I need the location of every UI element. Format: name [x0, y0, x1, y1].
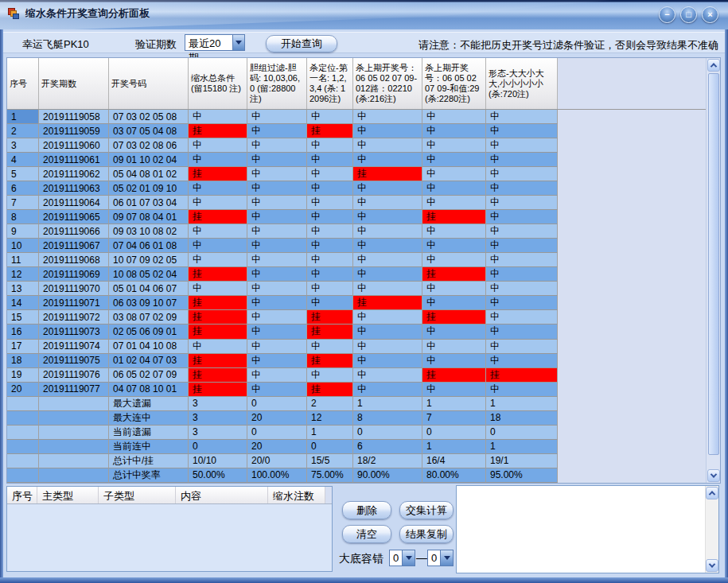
table-row[interactable]: 162019111907302 05 06 09 01挂中挂中中中 [7, 325, 706, 339]
cell-period[interactable]: 20191119075 [39, 354, 109, 368]
cell-result[interactable]: 中 [353, 153, 422, 167]
cell-result[interactable]: 中 [422, 239, 486, 253]
cell-result[interactable]: 中 [307, 110, 353, 124]
cell-result[interactable]: 中 [247, 296, 307, 310]
cell-result[interactable]: 中 [307, 167, 353, 181]
table-row[interactable]: 62019111906305 02 01 09 10中中中中中中 [7, 181, 706, 196]
cell-result[interactable]: 中 [353, 310, 422, 325]
cell-result[interactable]: 挂 [307, 310, 353, 325]
cell-result[interactable]: 中 [422, 224, 486, 239]
cell-result[interactable]: 中 [247, 124, 307, 138]
cell-result[interactable]: 挂 [189, 354, 247, 368]
cell-period[interactable] [39, 454, 109, 468]
cell-result[interactable]: 中 [189, 110, 247, 124]
cell-serial[interactable]: 18 [7, 354, 39, 368]
cell-result[interactable]: 挂 [189, 210, 247, 224]
cell-result[interactable]: 挂 [307, 124, 353, 138]
table-row[interactable]: 92019111906609 03 10 08 02中中中中中中 [7, 224, 706, 239]
table-row[interactable]: 最大连中320128718 [7, 411, 706, 426]
tolerance-from-combobox[interactable]: 0 [389, 550, 415, 566]
cell-numbers[interactable]: 05 04 08 01 02 [109, 167, 189, 181]
cell-result[interactable]: 中 [189, 196, 247, 210]
cell-result[interactable]: 中 [422, 296, 486, 310]
cell-result[interactable]: 中 [247, 224, 307, 239]
cell-result[interactable]: 中 [189, 138, 247, 153]
cell-result[interactable]: 挂 [189, 267, 247, 282]
cell-result[interactable]: 中 [353, 138, 422, 153]
cell-result[interactable]: 中 [353, 325, 422, 339]
cell-result[interactable]: 挂 [189, 383, 247, 397]
table-row[interactable]: 122019111906910 08 05 02 04挂中中中挂中 [7, 267, 706, 282]
cell-result[interactable]: 中 [189, 224, 247, 239]
cell-result[interactable]: 中 [486, 138, 558, 153]
scroll-down-icon[interactable] [707, 469, 720, 482]
table-row[interactable]: 182019111907501 02 04 07 03挂中挂中中中 [7, 354, 706, 368]
table-row[interactable]: 102019111906707 04 06 01 08中中中中中中 [7, 239, 706, 253]
cell-result[interactable]: 挂 [189, 296, 247, 310]
chevron-down-icon[interactable] [440, 550, 453, 566]
cell-serial[interactable] [7, 468, 39, 483]
cell-result[interactable]: 中 [247, 310, 307, 325]
cell-result[interactable]: 中 [486, 253, 558, 267]
cell-serial[interactable]: 13 [7, 282, 39, 296]
cell-period[interactable]: 20191119063 [39, 181, 109, 196]
cell-result[interactable]: 中 [486, 110, 558, 124]
cell-period[interactable]: 20191119058 [39, 110, 109, 124]
cell-period[interactable]: 20191119066 [39, 224, 109, 239]
cell-numbers[interactable]: 03 07 05 04 08 [109, 124, 189, 138]
cell-result[interactable]: 挂 [307, 325, 353, 339]
cell-numbers[interactable]: 06 05 02 07 09 [109, 368, 189, 383]
cell-result[interactable]: 中 [307, 267, 353, 282]
cell-result[interactable]: 中 [486, 296, 558, 310]
scroll-down-icon[interactable] [706, 559, 718, 572]
chevron-down-icon[interactable] [232, 35, 244, 50]
cell-serial[interactable]: 16 [7, 325, 39, 339]
cell-numbers[interactable]: 07 03 02 08 06 [109, 138, 189, 153]
cell-result[interactable]: 中 [486, 383, 558, 397]
cell-result[interactable]: 中 [247, 253, 307, 267]
cell-result[interactable]: 中 [247, 196, 307, 210]
cell-result[interactable]: 中 [189, 253, 247, 267]
clear-button[interactable]: 清空 [342, 525, 391, 543]
cell-result[interactable]: 中 [189, 282, 247, 296]
table-row[interactable]: 142019111907106 03 09 10 07挂中中挂中中 [7, 296, 706, 310]
cell-numbers[interactable]: 04 07 08 10 01 [109, 383, 189, 397]
cell-result[interactable]: 中 [486, 354, 558, 368]
cell-serial[interactable] [7, 397, 39, 411]
cell-result[interactable]: 中 [247, 210, 307, 224]
cell-serial[interactable]: 3 [7, 138, 39, 153]
cell-result[interactable]: 中 [189, 153, 247, 167]
cell-result[interactable]: 中 [353, 181, 422, 196]
cell-serial[interactable] [7, 440, 39, 454]
cell-serial[interactable]: 7 [7, 196, 39, 210]
cell-result[interactable]: 挂 [422, 368, 486, 383]
cell-serial[interactable]: 5 [7, 167, 39, 181]
cell-result[interactable]: 挂 [422, 310, 486, 325]
cell-result[interactable]: 中 [247, 282, 307, 296]
cell-result[interactable]: 中 [353, 383, 422, 397]
table-row[interactable]: 最大遗漏302111 [7, 397, 706, 411]
cell-result[interactable]: 挂 [189, 368, 247, 383]
cell-result[interactable]: 中 [247, 325, 307, 339]
cell-period[interactable]: 20191119062 [39, 167, 109, 181]
cell-result[interactable]: 中 [486, 325, 558, 339]
cell-result[interactable]: 中 [247, 110, 307, 124]
cell-numbers[interactable]: 06 01 07 03 04 [109, 196, 189, 210]
cell-result[interactable]: 中 [353, 239, 422, 253]
cell-result[interactable]: 中 [247, 267, 307, 282]
cell-result[interactable]: 中 [353, 196, 422, 210]
cell-result[interactable]: 中 [422, 138, 486, 153]
close-button[interactable]: × [702, 6, 718, 23]
cell-period[interactable]: 20191119068 [39, 253, 109, 267]
table-row[interactable]: 12019111905807 03 02 05 08中中中中中中 [7, 110, 706, 124]
table-row[interactable]: 当前遗漏301000 [7, 426, 706, 440]
cell-period[interactable]: 20191119059 [39, 124, 109, 138]
cell-result[interactable]: 中 [247, 239, 307, 253]
cell-result[interactable]: 挂 [189, 124, 247, 138]
cell-serial[interactable]: 8 [7, 210, 39, 224]
cell-result[interactable]: 中 [422, 196, 486, 210]
cell-result[interactable]: 挂 [353, 296, 422, 310]
scroll-up-icon[interactable] [706, 487, 718, 499]
cell-result[interactable]: 挂 [422, 210, 486, 224]
cell-numbers[interactable]: 07 03 02 05 08 [109, 110, 189, 124]
